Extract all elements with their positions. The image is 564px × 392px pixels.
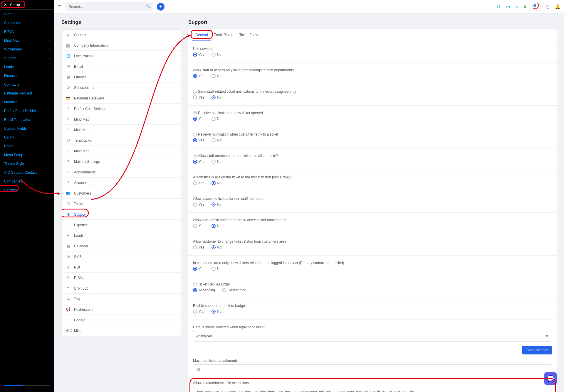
settings-row-perfex-chat-settings[interactable]: ?Perfex Chat Settings — [62, 104, 181, 114]
settings-row-company-information[interactable]: 🏢Company Information — [62, 40, 181, 51]
card-icon[interactable]: ▭ — [506, 4, 510, 9]
status-select[interactable]: Answered — [193, 331, 552, 342]
settings-row-email[interactable]: ✉Email — [62, 61, 181, 72]
opt0-yes[interactable]: Yes — [193, 53, 204, 57]
sidebar-item-menu-setup[interactable]: Menu Setup‹ — [0, 151, 54, 159]
settings-row-finance[interactable]: ▦Finance — [62, 72, 181, 82]
badge-yes[interactable]: Yes — [193, 310, 204, 314]
tab-email-piping[interactable]: Email Piping — [211, 29, 236, 41]
sidebar-item-contracts[interactable]: Contracts‹ — [0, 80, 54, 89]
help-icon[interactable]: ? — [193, 154, 197, 158]
help-icon[interactable]: ? — [193, 133, 197, 136]
settings-row-general[interactable]: ⚙General — [62, 30, 181, 40]
settings-row-mind-map[interactable]: ?Mind Map — [62, 125, 181, 135]
sidebar-item-gdpr[interactable]: GDPR — [0, 133, 54, 142]
settings-row-tasks[interactable]: ☑Tasks — [62, 199, 181, 209]
opt4-yes[interactable]: Yes — [193, 138, 204, 142]
opt1-no[interactable]: No — [212, 74, 221, 78]
max-att-input[interactable] — [193, 364, 552, 375]
sidebar-item-companies[interactable]: Companies — [0, 177, 54, 186]
settings-row-calendar[interactable]: ▦Calendar — [62, 241, 181, 251]
opt8-yes[interactable]: Yes — [193, 224, 204, 228]
opt8-no[interactable]: No — [212, 224, 221, 228]
sidebar-item-theme-style[interactable]: Theme Style — [0, 159, 54, 168]
replies-asc[interactable]: Ascending — [193, 288, 215, 292]
opt9-no[interactable]: No — [212, 245, 221, 249]
opt10-no[interactable]: No — [212, 267, 221, 271]
opt2-no[interactable]: No — [212, 95, 221, 99]
settings-row-cron-job[interactable]: ⟳Cron Job — [62, 283, 181, 294]
settings-row-appointments[interactable]: ?Appointments — [62, 167, 181, 178]
opt10-yes[interactable]: Yes — [193, 267, 204, 271]
settings-row-mind-map[interactable]: ?Mind Map — [62, 114, 181, 125]
settings-row-support[interactable]: ⊗Support — [62, 209, 181, 220]
opt3-yes[interactable]: Yes — [193, 117, 204, 121]
settings-row-misc[interactable]: ⚙⚙Misc — [62, 325, 181, 336]
history-icon[interactable]: ↺ — [497, 4, 501, 9]
sidebar-item-estimate-request[interactable]: Estimate Request — [0, 89, 54, 98]
avatar[interactable] — [532, 3, 540, 11]
settings-row-localization[interactable]: 🌐Localization — [62, 51, 181, 61]
sidebar-item-modules[interactable]: Modules — [0, 98, 54, 107]
settings-row-subscriptions[interactable]: ⟳Subscriptions — [62, 82, 181, 93]
opt7-yes[interactable]: Yes — [193, 202, 204, 207]
settings-row-mailbox-settings[interactable]: ?Mailbox Settings — [62, 156, 181, 167]
sidebar-item-whiteboard[interactable]: Whiteboard‹ — [0, 45, 54, 54]
menu-icon[interactable]: ☰ — [58, 4, 62, 9]
sidebar-item-settings[interactable]: Settings — [0, 186, 54, 195]
settings-row-payment-gateways[interactable]: 💳Payment Gateways — [62, 93, 181, 104]
close-icon[interactable]: ✕ — [4, 2, 7, 7]
ext-input[interactable] — [193, 387, 552, 392]
badge-no[interactable]: No — [212, 310, 221, 314]
opt2-yes[interactable]: Yes — [193, 95, 204, 99]
save-button[interactable]: Save Settings — [522, 346, 552, 354]
add-button[interactable]: + — [157, 3, 164, 11]
settings-row-mind-map[interactable]: ?Mind Map — [62, 146, 181, 156]
opt9-yes[interactable]: Yes — [193, 245, 204, 249]
opt5-yes[interactable]: Yes — [193, 160, 204, 164]
sidebar-item-email-templates[interactable]: Email Templates — [0, 115, 54, 124]
opt7-no[interactable]: No — [212, 202, 221, 207]
sidebar-item-staff[interactable]: Staff — [0, 10, 54, 18]
opt1-yes[interactable]: Yes — [193, 74, 204, 78]
share-icon[interactable]: < — [515, 4, 518, 9]
sidebar-scrollbar[interactable] — [4, 385, 50, 386]
settings-row-tags[interactable]: 🏷Tags — [62, 294, 181, 304]
settings-row-google[interactable]: GGoogle — [62, 315, 181, 325]
opt6-yes[interactable]: Yes — [193, 181, 204, 185]
sidebar-item-support[interactable]: Support‹ — [0, 54, 54, 62]
opt3-no[interactable]: No — [212, 117, 221, 121]
opt0-no[interactable]: No — [212, 53, 221, 57]
settings-row-timetracker[interactable]: ⏱Timetracker — [62, 135, 181, 146]
bell-icon[interactable]: 🔔 — [555, 4, 560, 9]
download-icon[interactable]: ⬇ — [523, 4, 527, 9]
opt4-no[interactable]: No — [212, 138, 221, 142]
clock-icon[interactable]: ◷ — [546, 4, 550, 9]
settings-row-sms[interactable]: ✉SMS — [62, 251, 181, 262]
settings-row-expense[interactable]: ?Expense — [62, 220, 181, 230]
replies-desc[interactable]: Descending — [222, 288, 246, 292]
tab-ticket-form[interactable]: Ticket Form — [236, 29, 261, 41]
sidebar-item-custom-fields[interactable]: Custom Fields — [0, 124, 54, 133]
settings-row-e-sign[interactable]: ✎E-Sign — [62, 273, 181, 283]
sidebar-item-leads[interactable]: Leads‹ — [0, 62, 54, 71]
help-icon[interactable]: ? — [193, 283, 197, 286]
help-icon[interactable]: ? — [193, 90, 197, 94]
help-icon[interactable]: ? — [193, 111, 197, 115]
settings-row-pusher.com[interactable]: 📢Pusher.com — [62, 304, 181, 315]
settings-row-pdf[interactable]: 🗎PDF — [62, 262, 181, 273]
opt6-no[interactable]: No — [212, 181, 221, 185]
sidebar-item-bpmn[interactable]: BPMN‹ — [0, 27, 54, 36]
settings-row-accounting[interactable]: ?Accounting — [62, 178, 181, 188]
settings-row-customers[interactable]: 👥Customers — [62, 188, 181, 199]
sidebar-item-perfex-email-builder[interactable]: Perfex Email Builder‹ — [0, 107, 54, 115]
chat-fab[interactable]: 💬 — [544, 372, 557, 385]
search-input[interactable] — [65, 2, 153, 11]
sidebar-item-mind-map[interactable]: Mind Map‹ — [0, 36, 54, 45]
settings-row-leads[interactable]: ≡Leads — [62, 230, 181, 241]
opt5-no[interactable]: No — [212, 160, 221, 164]
sidebar-item-aio-support-contact[interactable]: AIO Support Contact — [0, 168, 54, 177]
tab-general[interactable]: General — [192, 29, 211, 41]
sidebar-item-roles[interactable]: Roles — [0, 142, 54, 151]
sidebar-item-customers[interactable]: Customers‹ — [0, 18, 54, 27]
